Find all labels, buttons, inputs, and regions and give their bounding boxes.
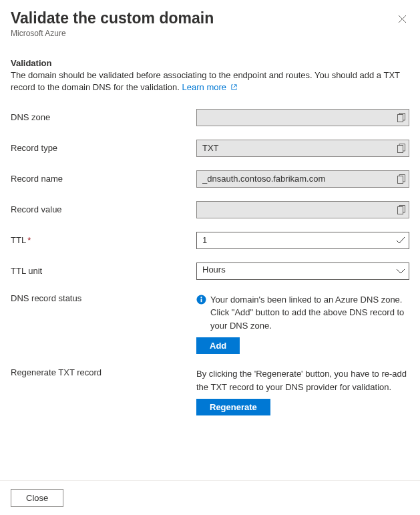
ttl-input[interactable] — [196, 232, 409, 249]
svg-rect-2 — [398, 176, 403, 183]
regenerate-button[interactable]: Regenerate — [196, 399, 270, 415]
svg-rect-3 — [398, 206, 403, 214]
regenerate-label: Regenerate TXT record — [11, 367, 196, 377]
copy-icon[interactable] — [397, 205, 405, 214]
dns-record-status-label: DNS record status — [11, 293, 196, 303]
ttl-label: TTL* — [11, 235, 196, 245]
panel-title: Validate the custom domain — [11, 9, 214, 28]
panel-subtitle: Microsoft Azure — [11, 29, 409, 38]
svg-point-5 — [200, 297, 202, 298]
validation-description: The domain should be validated before as… — [11, 69, 409, 94]
record-type-input — [196, 140, 409, 157]
dns-status-message: Your domain's been linked to an Azure DN… — [210, 293, 409, 333]
ttl-unit-select[interactable]: Hours — [196, 263, 409, 280]
svg-rect-1 — [398, 145, 403, 152]
record-type-label: Record type — [11, 143, 196, 153]
record-name-input — [196, 170, 409, 188]
validation-heading: Validation — [11, 58, 409, 68]
add-button[interactable]: Add — [196, 337, 240, 354]
copy-icon[interactable] — [397, 144, 405, 153]
footer: Close — [0, 480, 420, 515]
record-value-input — [196, 201, 409, 218]
learn-more-link[interactable]: Learn more — [182, 82, 238, 92]
dns-zone-input — [196, 109, 409, 126]
copy-icon[interactable] — [397, 174, 405, 184]
required-asterisk: * — [27, 235, 31, 245]
close-button[interactable]: Close — [11, 489, 63, 507]
record-name-label: Record name — [11, 174, 196, 184]
close-icon[interactable] — [395, 12, 409, 27]
info-icon — [196, 295, 206, 309]
external-link-icon — [230, 82, 238, 94]
regenerate-message: By clicking the 'Regenerate' button, you… — [196, 367, 409, 393]
dns-zone-label: DNS zone — [11, 112, 196, 122]
record-value-label: Record value — [11, 204, 196, 214]
svg-rect-6 — [201, 299, 202, 302]
copy-icon[interactable] — [397, 113, 405, 122]
svg-rect-0 — [398, 114, 403, 122]
ttl-unit-label: TTL unit — [11, 266, 196, 276]
